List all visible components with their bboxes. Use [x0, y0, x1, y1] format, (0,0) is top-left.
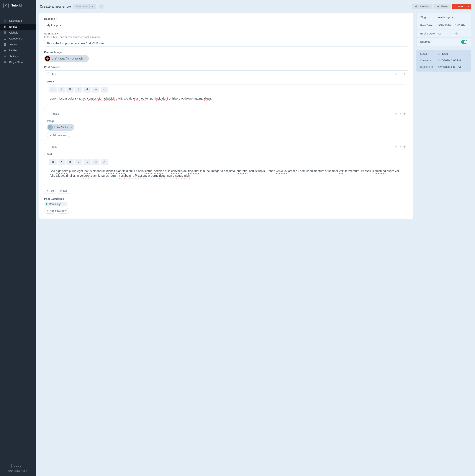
svg-point-21	[95, 163, 95, 163]
summary-label: Summary	[44, 32, 408, 35]
add-category-button[interactable]: +Add a category	[44, 208, 69, 214]
category-remove-icon[interactable]: ✕	[63, 203, 66, 205]
editor-format-button[interactable]	[58, 159, 65, 165]
svg-point-6	[416, 6, 417, 7]
enabled-toggle[interactable]	[461, 40, 467, 44]
editor-strike-button[interactable]: S	[84, 159, 91, 165]
summary-help: Enter a brief, one or two sentence post …	[44, 35, 408, 38]
editor-bold-button[interactable]: B	[66, 86, 74, 92]
add-image-block-button[interactable]: Image	[58, 188, 70, 194]
status-ring-icon	[438, 53, 440, 55]
editor-link-button[interactable]	[101, 159, 108, 165]
chip-label: Little Drinks	[54, 126, 68, 129]
sidebar-item-label: Categories	[9, 37, 22, 40]
updated-value: 3/20/2020, 2:05 PM	[438, 66, 461, 68]
editor-format-button[interactable]	[58, 86, 65, 92]
chip-remove-icon[interactable]: ✕	[69, 126, 72, 129]
editor-content[interactable]: Sed dignissim purus eget lectus bibendum…	[47, 165, 405, 182]
status-value: Draft	[442, 52, 448, 55]
chip-remove-icon[interactable]: ✕	[84, 57, 87, 60]
post-date-value[interactable]: 3/20/2020	[438, 24, 451, 27]
image-icon	[3, 43, 7, 46]
check-icon	[100, 5, 103, 8]
chevron-down-icon[interactable]	[400, 145, 401, 148]
sidebar-item-plugin-store[interactable]: Plugin Store	[0, 59, 36, 65]
sidebar-item-entries[interactable]: Entries	[0, 24, 36, 30]
sidebar-item-label: Settings	[9, 55, 19, 58]
editor-italic-button[interactable]: I	[75, 86, 82, 92]
editor-content[interactable]: Lorem ipsum dolor sit amet, consectetur …	[47, 92, 405, 105]
editor-list-button[interactable]	[92, 159, 99, 165]
svg-rect-1	[4, 26, 6, 28]
category-chip[interactable]: Ramblings ✕	[44, 202, 68, 206]
created-value: 3/20/2020, 2:05 PM	[438, 59, 461, 62]
pencil-icon	[91, 5, 94, 8]
post-time-value[interactable]: 2:05 PM	[455, 24, 466, 27]
drag-icon[interactable]	[403, 145, 406, 148]
svg-point-7	[396, 74, 397, 74]
chip-thumb-icon	[45, 56, 50, 61]
sidebar-item-label: Dashboard	[9, 19, 22, 22]
editor-html-button[interactable]	[49, 86, 57, 92]
edit-draft-button[interactable]	[90, 4, 96, 9]
save-draft-button[interactable]	[99, 4, 104, 9]
status-key: Status	[420, 52, 438, 55]
chip-thumb-icon	[48, 125, 53, 130]
revision-label[interactable]: First draft	[73, 4, 90, 9]
editor-link-button[interactable]	[101, 86, 108, 92]
editor-list-button[interactable]	[92, 86, 99, 92]
sidebar-item-label: Globals	[9, 31, 18, 34]
feature-image-label: Feature Image	[44, 51, 408, 54]
drag-icon[interactable]	[403, 73, 406, 75]
clock-icon[interactable]	[455, 32, 458, 35]
create-button[interactable]: Create	[452, 4, 466, 9]
summary-textarea[interactable]: This is the first post on my new Craft C…	[44, 40, 408, 47]
block-checkbox[interactable]	[47, 112, 50, 115]
svg-point-14	[396, 113, 397, 114]
feature-image-chip[interactable]: Craft Image from Unsplash ✕	[44, 55, 89, 62]
preview-button[interactable]: Preview	[412, 4, 432, 9]
category-dot-icon	[46, 203, 48, 205]
sidebar-item-globals[interactable]: Globals	[0, 30, 36, 35]
gear-icon	[3, 55, 7, 58]
add-text-block-button[interactable]: +Text	[44, 188, 56, 194]
headline-input[interactable]	[44, 22, 408, 28]
sidebar-item-assets[interactable]: Assets	[0, 42, 36, 48]
block-type-label: Text	[52, 73, 56, 76]
chevron-down-icon[interactable]	[400, 73, 401, 75]
chip-label: Craft Image from Unsplash	[52, 57, 83, 60]
editor-bold-button[interactable]: B	[66, 159, 74, 165]
version-text: Craft CMS 3.4.10.1	[8, 470, 27, 472]
sidebar-item-label: Assets	[9, 43, 17, 46]
sidebar-item-utilities[interactable]: Utilities	[0, 48, 36, 53]
calendar-icon[interactable]	[438, 32, 441, 35]
slug-key: Slug	[420, 16, 438, 19]
editor-html-button[interactable]	[49, 159, 57, 165]
block-checkbox[interactable]	[47, 145, 50, 148]
globe-icon	[3, 31, 7, 34]
block-settings-icon[interactable]	[395, 73, 398, 75]
svg-point-11	[95, 89, 95, 89]
editor-italic-button[interactable]: I	[75, 159, 82, 165]
brand-title: Tutorial	[12, 4, 22, 7]
create-menu-caret[interactable]	[466, 4, 471, 9]
rich-text-editor: B I S Lorem ipsum dolor sit amet, consec…	[47, 85, 405, 105]
editor-strike-button[interactable]: S	[84, 86, 91, 92]
block-settings-icon[interactable]	[395, 112, 398, 115]
share-button[interactable]: Share	[433, 4, 451, 9]
post-content-label: Post Content	[44, 66, 408, 68]
block-settings-icon[interactable]	[395, 145, 398, 148]
app-sidebar: C Tutorial DashboardEntriesGlobalsCatego…	[0, 0, 36, 476]
slug-value[interactable]: my-first-post	[438, 16, 467, 19]
sidebar-item-settings[interactable]: Settings	[0, 53, 36, 59]
drag-icon[interactable]	[403, 112, 406, 115]
block-field-label: Text	[47, 153, 405, 155]
add-asset-button[interactable]: + Add an asset	[47, 133, 70, 138]
block-checkbox[interactable]	[47, 72, 50, 76]
entry-meta-panel: Slug my-first-post Post Date 3/20/2020 2…	[416, 13, 471, 46]
asset-chip[interactable]: Little Drinks ✕	[47, 124, 74, 131]
block-type-label: Image	[52, 112, 59, 115]
sidebar-item-dashboard[interactable]: Dashboard	[0, 18, 36, 24]
sidebar-item-categories[interactable]: Categories	[0, 35, 36, 42]
chevron-down-icon[interactable]	[400, 112, 401, 115]
